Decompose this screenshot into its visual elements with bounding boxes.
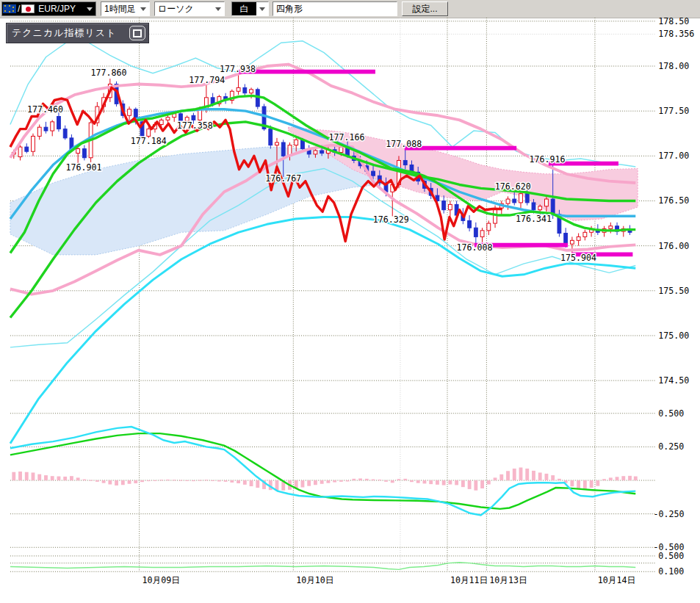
- bull-candle: [583, 232, 587, 236]
- x-axis-date-label: 10月10日: [296, 575, 333, 585]
- macd-histogram-bar: [12, 472, 15, 480]
- bull-candle: [545, 199, 549, 206]
- bear-candle: [468, 220, 472, 228]
- swing-price-label: 177.184: [131, 136, 167, 146]
- macd-histogram-bar: [230, 480, 234, 483]
- swing-price-label: 177.938: [220, 64, 256, 74]
- macd-histogram-bar: [628, 476, 632, 480]
- macd-histogram-bar: [378, 480, 381, 480]
- bear-candle: [179, 114, 183, 121]
- macd-histogram-bar: [185, 480, 189, 481]
- macd-line: [10, 427, 635, 515]
- macd-histogram-bar: [468, 480, 472, 489]
- y-axis-labels: 178.50178.00177.50177.00176.50176.00175.…: [654, 18, 695, 577]
- toolbar: / EUR/JPY 1時間足 ローソク 白 四角形 設定...: [0, 0, 700, 18]
- swing-price-label: 177.860: [90, 68, 126, 78]
- bear-candle: [243, 87, 247, 93]
- macd-histogram-bar: [224, 480, 228, 482]
- macd-histogram-bar: [545, 474, 549, 480]
- macd-histogram-bar: [448, 480, 452, 484]
- chart-type-combobox[interactable]: ローソク: [154, 1, 225, 16]
- x-axis-labels: 10月09日10月10日10月11日10月13日10月14日: [142, 575, 636, 585]
- chevron-down-icon: [212, 2, 224, 15]
- macd-histogram-bar: [134, 480, 137, 483]
- macd-histogram-bar: [32, 472, 35, 480]
- macd-histogram-bar: [307, 480, 311, 486]
- bull-candle: [275, 142, 279, 145]
- swing-price-label: 175.904: [560, 253, 596, 263]
- macd-histogram-bar: [121, 480, 125, 485]
- macd-histogram-bar: [352, 479, 356, 480]
- settings-button[interactable]: 設定...: [402, 1, 448, 16]
- swing-price-label: 176.341: [516, 214, 552, 224]
- macd-histogram-bar: [583, 480, 587, 489]
- bull-candle: [18, 147, 22, 156]
- macd-histogram-bar: [44, 475, 48, 480]
- macd-histogram-bar: [140, 480, 144, 482]
- chart-canvas[interactable]: 177.460177.860177.794177.938177.358177.1…: [0, 18, 700, 603]
- bear-candle: [192, 115, 195, 120]
- flag-separator: /: [18, 2, 20, 15]
- chevron-down-icon: [84, 2, 95, 15]
- macd-histogram-bar: [25, 472, 29, 480]
- bear-candle: [442, 201, 446, 209]
- macd-histogram-bar: [621, 476, 625, 480]
- macd-histogram-bar: [115, 480, 118, 485]
- macd-histogram-bar: [487, 480, 491, 484]
- bear-candle: [474, 228, 477, 236]
- macd-histogram-bar: [102, 480, 106, 483]
- macd-histogram-bar: [461, 480, 465, 487]
- y-axis-tick-label: 0.100: [658, 566, 684, 577]
- macd-histogram-bar: [358, 478, 362, 480]
- bull-candle: [487, 223, 491, 231]
- symbol-label: EUR/JPY: [35, 2, 84, 15]
- x-axis-date-label: 10月13日: [489, 575, 527, 585]
- macd-histogram-bar: [346, 480, 350, 481]
- bear-candle: [63, 129, 67, 138]
- macd-histogram-bar: [147, 480, 151, 481]
- bear-candle: [269, 129, 273, 145]
- macd-histogram-bar: [403, 479, 407, 480]
- macd-histogram-bar: [416, 480, 420, 483]
- macd-histogram-bar: [538, 472, 542, 480]
- symbol-combobox[interactable]: / EUR/JPY: [1, 1, 96, 16]
- swing-price-label: 177.358: [177, 120, 213, 131]
- bull-candle: [538, 206, 542, 210]
- macd-histogram-bar: [602, 479, 606, 480]
- color-swatch: 白: [232, 2, 256, 15]
- y-axis-tick-label: 176.00: [658, 241, 689, 251]
- bull-candle: [339, 147, 343, 152]
- bull-candle: [128, 109, 131, 116]
- y-axis-tick-label: 177.00: [658, 151, 689, 161]
- technical-indicator-list-panel[interactable]: テクニカル指標リスト: [6, 23, 149, 43]
- macd-histogram-bar: [217, 480, 221, 481]
- y-axis-tick-label: 0.500: [658, 408, 684, 419]
- y-axis-tick-label: 175.50: [658, 286, 689, 296]
- swing-price-label: 176.329: [373, 214, 409, 225]
- macd-histogram-bar: [474, 480, 477, 491]
- color-combobox[interactable]: 白: [231, 1, 269, 16]
- macd-histogram-bar: [384, 480, 388, 482]
- restore-window-icon: [133, 29, 142, 37]
- chevron-down-icon: [256, 2, 268, 15]
- swing-price-label: 177.166: [329, 132, 365, 142]
- x-axis-date-label: 10月09日: [142, 575, 180, 585]
- bull-candle: [448, 204, 452, 209]
- y-axis-tick-label: -0.250: [654, 509, 685, 519]
- shape-tool-field[interactable]: 四角形: [273, 1, 397, 16]
- restore-window-button[interactable]: [129, 26, 145, 40]
- y-axis-tick-label: 178.50: [658, 18, 689, 26]
- swing-price-label: 177.794: [189, 75, 225, 85]
- y-axis-tick-label: 178.356: [658, 29, 694, 39]
- macd-histogram-bar: [159, 480, 163, 480]
- macd-histogram-bar: [499, 474, 503, 480]
- swing-price-label: 176.916: [529, 154, 565, 165]
- bull-candle: [51, 122, 54, 131]
- bear-candle: [525, 194, 529, 203]
- macd-histogram-bar: [634, 477, 638, 480]
- timeframe-combobox[interactable]: 1時間足: [101, 1, 150, 16]
- bull-candle: [32, 136, 35, 151]
- x-axis-date-label: 10月11日: [450, 575, 488, 585]
- macd-histogram-bar: [494, 477, 497, 480]
- macd-histogram-bar: [76, 477, 80, 480]
